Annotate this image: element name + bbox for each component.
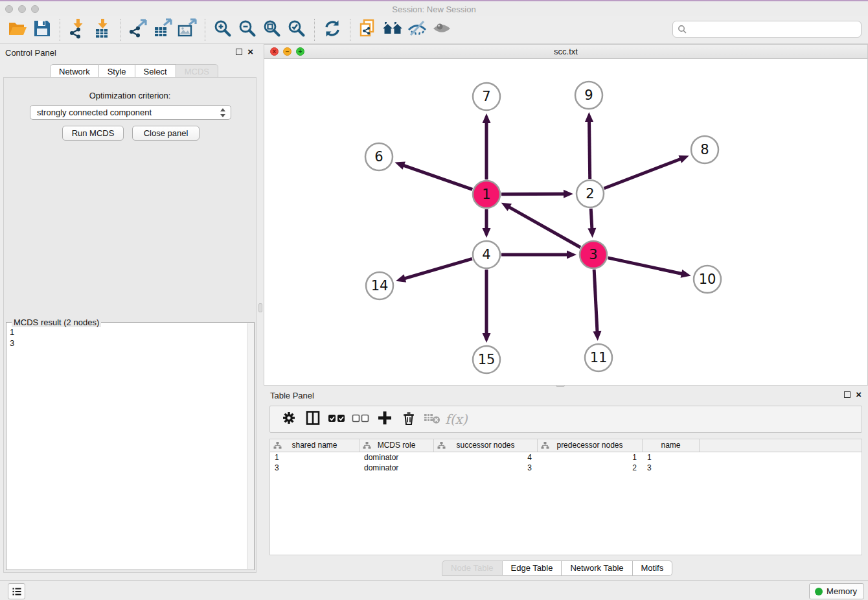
refresh-view-button[interactable] [320,17,345,42]
export-network-button[interactable] [126,17,150,42]
open-file-button[interactable] [5,17,30,42]
panel-splitter-vertical[interactable] [258,303,262,312]
column-header-shared-name[interactable]: shared name [270,439,360,452]
memory-button[interactable]: Memory [809,583,864,599]
criterion-value: strongly connected component [37,108,152,117]
hide-visibility-button[interactable] [405,17,429,42]
add-column-button[interactable] [372,408,396,431]
function-builder-icon: f(x) [445,411,467,427]
select-stepper-icon [220,108,227,118]
tab-motifs[interactable]: Motifs [633,560,673,576]
table-cell[interactable]: 2 [538,463,643,473]
graph-node-4[interactable]: 4 [473,241,500,268]
graph-node-9[interactable]: 9 [575,82,602,109]
table-row[interactable]: 3dominator323 [270,463,862,473]
deselect-all-checkboxes-button[interactable] [348,408,372,431]
home-view-button[interactable] [380,17,405,42]
svg-text:15: 15 [478,352,496,367]
tab-network-table[interactable]: Network Table [562,560,632,576]
svg-text:2: 2 [586,186,594,202]
table-row[interactable]: 1dominator411 [270,452,862,463]
table-cell[interactable]: 3 [270,463,360,473]
delete-column-button[interactable] [396,408,420,431]
graph-node-15[interactable]: 15 [473,346,500,373]
network-window-titlebar[interactable]: × – + scc.txt [264,45,867,59]
close-panel-button[interactable]: Close panel [132,126,200,141]
export-image-button[interactable] [175,17,200,42]
table-cell[interactable]: 3 [434,463,538,473]
import-table-button[interactable] [90,17,115,42]
svg-text:7: 7 [482,89,490,104]
column-tree-icon [541,441,549,450]
graph-node-11[interactable]: 11 [585,344,612,371]
run-mcds-button[interactable]: Run MCDS [62,126,124,141]
zoom-selected-icon [286,18,307,41]
function-builder-button[interactable]: f(x) [444,408,468,431]
save-session-button[interactable] [30,17,54,42]
svg-text:9: 9 [584,87,593,103]
result-scrollbar[interactable] [247,323,254,569]
tab-edge-table[interactable]: Edge Table [503,560,562,576]
svg-text:1: 1 [482,187,490,202]
table-settings-button[interactable] [277,408,301,431]
node-table[interactable]: shared nameMCDS rolesuccessor nodesprede… [269,439,862,555]
toolbar-separator [120,19,120,41]
graph-node-3[interactable]: 3 [580,241,607,268]
mcds-panel: Optimization criterion: strongly connect… [3,77,257,573]
optimization-criterion-label: Optimization criterion: [4,91,256,100]
table-close-panel-icon[interactable]: × [856,391,862,398]
export-table-button[interactable] [150,17,175,42]
zoom-in-icon [212,18,233,41]
import-network-button[interactable] [65,17,90,42]
column-header-predecessor-nodes[interactable]: predecessor nodes [538,439,643,452]
table-panel: Table Panel × f(x) shared nameMCDS roles… [264,387,868,578]
task-history-button[interactable] [8,583,25,599]
zoom-selected-button[interactable] [284,17,309,42]
table-cell[interactable]: 4 [434,452,538,463]
table-cell[interactable]: 3 [643,463,700,473]
column-header-successor-nodes[interactable]: successor nodes [434,439,538,452]
zoom-out-icon [237,18,258,41]
export-image-icon [177,18,198,41]
table-float-panel-icon[interactable] [844,391,851,398]
zoom-fit-button[interactable] [260,17,284,42]
network-canvas[interactable]: 7968124314101511 [264,59,867,385]
mcds-result-list: 13 [6,327,246,570]
graph-node-1[interactable]: 1 [473,181,500,208]
toolbar-separator [60,19,60,41]
duplicate-network-button[interactable] [356,17,380,42]
column-header-MCDS-role[interactable]: MCDS role [360,439,434,452]
toolbar-separator [350,19,350,41]
hide-visibility-icon [406,18,428,41]
table-tabs: Node TableEdge TableNetwork TableMotifs [442,560,672,576]
select-all-checkboxes-button[interactable] [325,408,348,431]
search-input[interactable] [672,21,862,38]
svg-text:11: 11 [590,350,608,365]
network-window-title: scc.txt [264,47,867,56]
delete-table-button[interactable] [420,408,444,431]
graph-node-8[interactable]: 8 [691,136,718,163]
column-header-name[interactable]: name [643,439,700,452]
table-cell[interactable]: 1 [270,452,360,463]
table-cell[interactable]: dominator [360,463,434,473]
close-panel-icon[interactable]: × [247,49,253,55]
zoom-out-button[interactable] [235,17,260,42]
criterion-select[interactable]: strongly connected component [30,105,231,120]
zoom-fit-icon [262,18,282,41]
graph-node-2[interactable]: 2 [577,180,604,207]
mcds-result-legend: MCDS result (2 nodes) [12,317,101,327]
zoom-in-button[interactable] [211,17,235,42]
table-cell[interactable]: 1 [538,452,643,463]
graph-node-7[interactable]: 7 [473,83,500,110]
table-cell[interactable]: dominator [360,452,434,463]
svg-text:4: 4 [482,247,490,262]
toolbar-separator [314,19,315,41]
graph-node-10[interactable]: 10 [694,266,721,293]
graph-node-14[interactable]: 14 [366,272,393,299]
table-cell[interactable]: 1 [643,452,700,463]
float-panel-icon[interactable] [236,49,242,55]
tab-node-table[interactable]: Node Table [442,560,503,576]
column-layout-button[interactable] [301,408,325,431]
show-visibility-button[interactable] [429,17,454,42]
graph-node-6[interactable]: 6 [365,143,393,170]
